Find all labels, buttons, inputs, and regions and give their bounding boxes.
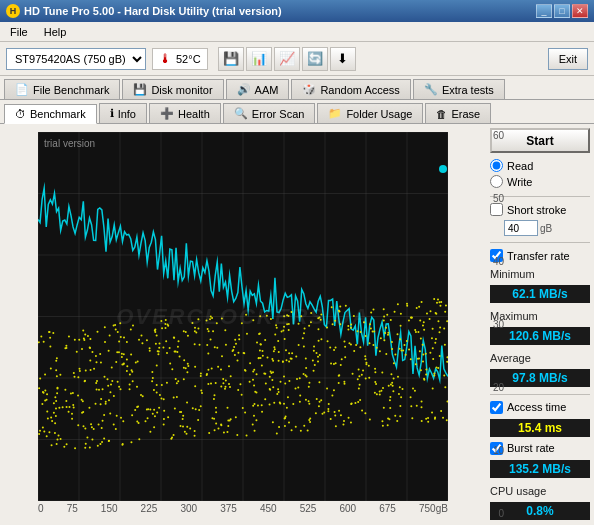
chart-wrapper: 150 125 100 75 50 25 0 60 50 40 30 20 10… — [4, 128, 482, 521]
title-bar-left: H HD Tune Pro 5.00 - Hard Disk Utility (… — [6, 4, 282, 18]
radio-group: Read Write — [490, 157, 590, 190]
x-axis-labels: 0 75 150 225 300 375 450 525 600 675 750… — [38, 503, 448, 514]
tab-benchmark[interactable]: ⏱ Benchmark — [4, 104, 97, 124]
tabs-row2: ⏱ Benchmark ℹ Info ➕ Health 🔍 Error Scan… — [0, 100, 594, 124]
average-value: 97.8 MB/s — [490, 369, 590, 387]
maximum-value: 120.6 MB/s — [490, 327, 590, 345]
spinbox: gB — [504, 220, 590, 236]
temperature-display: 🌡 52°C — [152, 48, 208, 70]
title-bar: H HD Tune Pro 5.00 - Hard Disk Utility (… — [0, 0, 594, 22]
checkbox-transfer-rate[interactable]: Transfer rate — [490, 249, 590, 262]
folder-usage-icon: 📁 — [328, 107, 342, 120]
short-stroke-label: Short stroke — [507, 204, 566, 216]
disk-monitor-icon: 💾 — [133, 83, 147, 96]
tab-random-access[interactable]: 🎲 Random Access — [291, 79, 410, 99]
tab-disk-monitor[interactable]: 💾 Disk monitor — [122, 79, 223, 99]
error-scan-icon: 🔍 — [234, 107, 248, 120]
spinbox-input[interactable] — [504, 220, 538, 236]
tab-health[interactable]: ➕ Health — [149, 103, 221, 123]
access-time-label: Access time — [507, 401, 566, 413]
window-title: HD Tune Pro 5.00 - Hard Disk Utility (tr… — [24, 5, 282, 17]
chart-canvas: OVERCLOCKERS.UA trial version — [38, 132, 448, 501]
tab-erase[interactable]: 🗑 Erase — [425, 103, 491, 123]
checkbox-burst-rate[interactable]: Burst rate — [490, 442, 590, 455]
y-axis-right: 60 50 40 30 20 10 0 — [493, 128, 504, 521]
main-content: 150 125 100 75 50 25 0 60 50 40 30 20 10… — [0, 124, 594, 525]
cpu-usage-value: 0.8% — [490, 502, 590, 520]
temperature-value: 52°C — [176, 53, 201, 65]
app-icon: H — [6, 4, 20, 18]
radio-write[interactable]: Write — [490, 175, 590, 188]
access-time-value: 15.4 ms — [490, 419, 590, 437]
toolbar-btn-4[interactable]: 🔄 — [302, 47, 328, 71]
menu-help[interactable]: Help — [40, 26, 71, 38]
divider-2 — [490, 242, 590, 243]
toolbar-btn-3[interactable]: 📈 — [274, 47, 300, 71]
minimize-button[interactable]: _ — [536, 4, 552, 18]
tab-extra-tests[interactable]: 🔧 Extra tests — [413, 79, 505, 99]
cpu-usage-label: CPU usage — [490, 485, 590, 497]
radio-read-label: Read — [507, 160, 533, 172]
tab-info[interactable]: ℹ Info — [99, 103, 147, 123]
tab-file-benchmark[interactable]: 📄 File Benchmark — [4, 79, 120, 99]
random-access-icon: 🎲 — [302, 83, 316, 96]
erase-icon: 🗑 — [436, 108, 447, 120]
benchmark-canvas — [38, 132, 448, 501]
menu-file[interactable]: File — [6, 26, 32, 38]
checkbox-access-time[interactable]: Access time — [490, 401, 590, 414]
drive-select[interactable]: ST975420AS (750 gB) — [6, 48, 146, 70]
start-button[interactable]: Start — [490, 128, 590, 153]
info-icon: ℹ — [110, 107, 114, 120]
spinbox-unit: gB — [540, 223, 552, 234]
trial-text: trial version — [44, 138, 95, 149]
close-button[interactable]: ✕ — [572, 4, 588, 18]
divider-3 — [490, 394, 590, 395]
window-controls: _ □ ✕ — [536, 4, 588, 18]
health-icon: ➕ — [160, 107, 174, 120]
extra-tests-icon: 🔧 — [424, 83, 438, 96]
toolbar-btn-2[interactable]: 📊 — [246, 47, 272, 71]
maximum-label: Maximum — [490, 310, 590, 322]
tab-error-scan[interactable]: 🔍 Error Scan — [223, 103, 316, 123]
menu-bar: File Help — [0, 22, 594, 42]
tab-aam[interactable]: 🔊 AAM — [226, 79, 290, 99]
maximize-button[interactable]: □ — [554, 4, 570, 18]
checkbox-short-stroke[interactable]: Short stroke — [490, 203, 590, 216]
exit-button[interactable]: Exit — [548, 48, 588, 70]
divider-1 — [490, 196, 590, 197]
aam-icon: 🔊 — [237, 83, 251, 96]
toolbar-icons: 💾 📊 📈 🔄 ⬇ — [218, 47, 356, 71]
tabs-row1: 📄 File Benchmark 💾 Disk monitor 🔊 AAM 🎲 … — [0, 76, 594, 100]
minimum-label: Minimum — [490, 268, 590, 280]
benchmark-icon: ⏱ — [15, 108, 26, 120]
transfer-rate-label: Transfer rate — [507, 250, 570, 262]
minimum-value: 62.1 MB/s — [490, 285, 590, 303]
file-benchmark-icon: 📄 — [15, 83, 29, 96]
toolbar: ST975420AS (750 gB) 🌡 52°C 💾 📊 📈 🔄 ⬇ Exi… — [0, 42, 594, 76]
toolbar-btn-1[interactable]: 💾 — [218, 47, 244, 71]
burst-rate-value: 135.2 MB/s — [490, 460, 590, 478]
thermometer-icon: 🌡 — [159, 51, 172, 66]
tab-folder-usage[interactable]: 📁 Folder Usage — [317, 103, 423, 123]
average-label: Average — [490, 352, 590, 364]
radio-read[interactable]: Read — [490, 159, 590, 172]
toolbar-btn-5[interactable]: ⬇ — [330, 47, 356, 71]
radio-write-label: Write — [507, 176, 532, 188]
burst-rate-label: Burst rate — [507, 442, 555, 454]
